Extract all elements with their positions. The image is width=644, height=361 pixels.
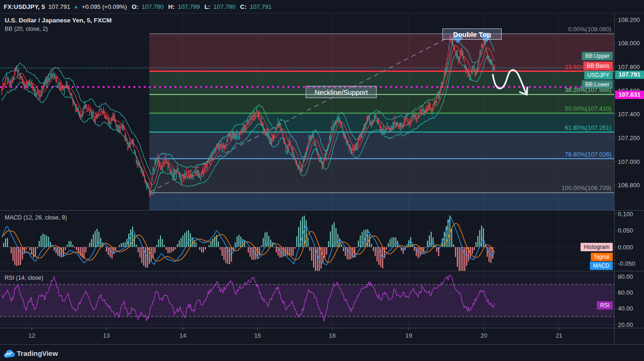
low-label: L: [204, 3, 210, 10]
time-axis-label: 20 [481, 332, 487, 339]
rsi-badge: RSI [597, 301, 613, 310]
macd-tick-label: -0.050 [618, 260, 635, 267]
time-axis-label: 14 [180, 332, 186, 339]
rsi-series [0, 272, 614, 328]
chart-canvas[interactable] [0, 0, 644, 361]
price-tick-label: 107.200 [618, 134, 640, 142]
price-tick-label: 107.400 [618, 111, 640, 118]
price-tick-label: 108.200 [618, 16, 640, 23]
time-axis-label: 18 [329, 332, 336, 339]
up-arrow-icon: ▲ [73, 4, 78, 9]
tradingview-brand-text[interactable]: TradingView [17, 349, 58, 357]
bb-lower-badge: BB:Lower [582, 80, 613, 89]
fib-level-label: 78.60%(107.026) [565, 151, 611, 158]
tradingview-logo-icon[interactable] [3, 348, 15, 360]
close-value: 107.791 [250, 3, 272, 10]
hline-price-axis-badge: 107.631 [615, 91, 644, 99]
price-tick-label: 107.800 [618, 64, 640, 71]
fib-level-label: 100.00%(106.739) [561, 185, 611, 191]
time-axis-label: 12 [28, 332, 35, 339]
low-value: 107.790 [214, 3, 236, 10]
rsi-tick-label: 40.00 [618, 305, 633, 312]
close-label: C: [240, 3, 247, 10]
double-top-label[interactable]: Double Top [442, 28, 502, 40]
macd-pane-legend[interactable]: MACD (12, 26, close, 9) [5, 214, 67, 221]
time-axis-label: 13 [103, 332, 110, 339]
price-change: +0.095 (+0.09%) [82, 3, 127, 10]
macd-tick-label: 0.000 [618, 244, 633, 251]
price-tick-label: 106.800 [618, 182, 640, 189]
rsi-tick-label: 80.00 [618, 273, 633, 280]
rsi-tick-label: 20.00 [618, 321, 633, 328]
symbol-badge: USDJPY [584, 71, 613, 79]
fib-level-label: 0.00%(108.080) [568, 26, 611, 33]
time-axis-label: 15 [254, 332, 261, 339]
macd-tick-label: 0.050 [618, 227, 633, 234]
time-axis-label: 21 [556, 332, 562, 339]
bb-basis-badge: BB:Basis [583, 62, 613, 70]
neckline-support-label[interactable]: Neckline/Support [306, 86, 377, 98]
histogram-badge: Histogram [581, 243, 613, 251]
last-price: 107.791 [48, 3, 70, 10]
high-label: H: [168, 3, 175, 10]
bb-upper-badge: BB:Upper [582, 52, 613, 60]
chart-legend-indicator[interactable]: BB (20, close, 2) [5, 26, 48, 32]
signal-badge: Signal [591, 253, 613, 261]
symbol-info-bar: FX:USDJPY, 5 107.791 ▲ +0.095 (+0.09%) O… [4, 0, 272, 13]
rsi-pane-legend[interactable]: RSI (14, close) [5, 275, 43, 281]
high-value: 107.799 [178, 3, 200, 10]
tradingview-chart-window: FX:USDJPY, 5 107.791 ▲ +0.095 (+0.09%) O… [0, 0, 644, 361]
price-tick-label: 107.000 [618, 158, 640, 165]
rsi-tick-label: 60.00 [618, 289, 633, 296]
time-axis-label: 19 [406, 332, 412, 339]
last-price-axis-badge: 107.791 [615, 71, 644, 79]
symbol-name[interactable]: FX:USDJPY, 5 [4, 3, 45, 10]
chart-legend-title[interactable]: U.S. Dollar / Japanese Yen, 5, FXCM [5, 17, 112, 24]
macd-badge: MACD [590, 262, 613, 270]
fib-level-label: 61.80%(107.251) [565, 125, 611, 131]
macd-series [2, 216, 495, 274]
fib-zones [149, 34, 614, 210]
macd-tick-label: 0.100 [618, 211, 633, 218]
open-value: 107.790 [142, 3, 164, 10]
fib-level-label: 50.00%(107.410) [565, 106, 611, 112]
open-label: O: [132, 3, 138, 10]
price-tick-label: 108.000 [618, 40, 640, 47]
